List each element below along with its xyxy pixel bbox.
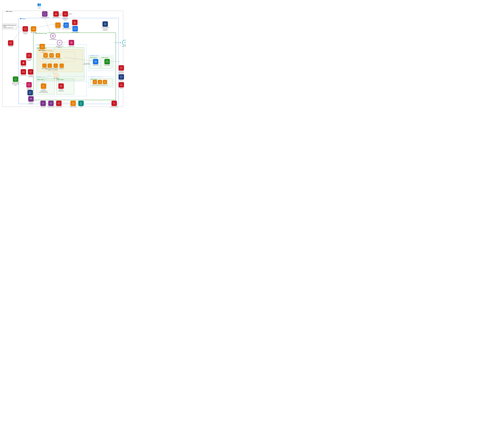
svg-point-5	[56, 14, 56, 14]
api-gateway-label: Amazon API Gateway	[21, 32, 30, 35]
inspector-icon	[111, 101, 117, 106]
athena-icon	[48, 101, 54, 106]
users-node: 👥 Users	[35, 2, 44, 9]
svg-rect-70	[94, 82, 95, 82]
alb-node: Application Load Balancer	[55, 40, 64, 48]
svg-text:53: 53	[44, 13, 45, 15]
s3-label: Amazon Simple Storage Service (S3)	[11, 82, 20, 86]
athena-node: Amazon Athena	[46, 101, 55, 108]
redshift-icon	[102, 21, 108, 27]
rule-right-label: Rule	[120, 80, 122, 81]
lambda-top-icon	[31, 26, 36, 32]
data-transfer-label: Data Transfer	[122, 46, 126, 47]
svg-line-80	[115, 104, 115, 104]
lambda-bottom-node: AWS Lambda	[69, 101, 78, 108]
public-subnet-az4-1-label: Public Subnet	[37, 79, 44, 80]
svg-rect-55	[61, 65, 62, 66]
waf-icon: WAF	[8, 40, 13, 46]
svg-point-32	[30, 71, 32, 73]
elasticsearch-icon	[41, 83, 46, 89]
users-icon: 👥	[36, 2, 42, 7]
alarm-label: Alarm	[120, 88, 123, 89]
diagram-container: AWS Cloud Region Virtual Private Cloud A…	[0, 0, 126, 108]
ecs3-label: ECS container 3	[54, 58, 62, 59]
cloudtrail-label: AWS CloudTrail	[53, 17, 60, 18]
svg-rect-58	[106, 61, 108, 62]
external-infra-box: External Infrastructure 3rd Party Metaba…	[2, 24, 17, 29]
systems-manager-icon	[26, 53, 32, 58]
codebuild-label: AWS CodeBuild	[72, 32, 79, 33]
data-transfer-node: Data Transfer	[120, 40, 126, 47]
svg-rect-13	[74, 28, 76, 30]
kms-icon	[63, 11, 68, 17]
region-label: Region	[20, 18, 27, 19]
glue-icon	[40, 101, 46, 106]
inspector-node: Amazon Inspector	[110, 101, 119, 108]
api-gateway-icon: API	[23, 26, 28, 32]
app-container-note: App container connected to RDS	[82, 63, 91, 65]
lambda-top-node: AWS Lambda	[29, 26, 38, 33]
az2-label: Availability Zone 2	[89, 55, 99, 56]
external-infra-label: External Infrastructure 3rd Party	[3, 25, 16, 27]
svg-rect-25	[28, 55, 30, 56]
api-gateway-node: API Amazon API Gateway	[21, 26, 30, 35]
glue-node: AWS Glue	[39, 101, 48, 108]
cloudwatch-right-node: Amazon CloudWatch	[117, 65, 126, 73]
svg-point-15	[104, 24, 106, 25]
fargate-es-icon	[60, 63, 64, 68]
cloudfront-icon	[28, 96, 34, 102]
route53-icon: 53	[42, 11, 47, 17]
glue-label: AWS Glue	[41, 106, 45, 108]
cloudtrail-node: AWS CloudTrail	[52, 11, 61, 18]
svg-point-6	[64, 13, 65, 15]
sqs-label: Amazon SQS	[20, 75, 27, 76]
fargate-es-label: Fargate ES	[59, 68, 64, 69]
svg-point-67	[60, 85, 62, 86]
internet-gateway-icon	[50, 33, 55, 39]
public-subnet-az2-label: Public Subnet	[102, 57, 108, 58]
cloudfront-node: Amazon CloudFront	[27, 96, 36, 105]
ecs2-icon	[49, 53, 54, 58]
svg-point-26	[28, 55, 29, 56]
fargate-top-node: AWS Fargate	[38, 44, 47, 51]
svg-point-57	[95, 62, 97, 63]
codepipeline-label: AWS CodePipeline	[62, 28, 71, 29]
fargate-top-icon	[39, 44, 45, 49]
waf-label: AWS WAF	[8, 46, 13, 47]
cloudwatch-right-label: Amazon CloudWatch	[117, 71, 126, 73]
ecr-label: AWS ECR	[55, 28, 60, 29]
ec2-3-node: Amazon EC2	[100, 80, 109, 86]
svg-rect-72	[99, 82, 100, 82]
cloudwatch-left-node: Amazon CloudWatch	[26, 69, 35, 77]
svg-rect-8	[66, 14, 66, 14]
systems-manager-node: AWS Systems Manager	[25, 53, 34, 61]
s3-icon	[13, 76, 18, 82]
ecs3-node: ECS container 3	[54, 53, 63, 59]
cloudtrail-icon	[53, 11, 59, 17]
step-functions-icon	[26, 82, 32, 88]
alarm-node: Alarm	[117, 82, 126, 89]
lambda-bottom-label: AWS Lambda	[70, 106, 76, 108]
rule-right-node: Rule	[117, 74, 126, 81]
nat-gateway-node: NAT gateway	[103, 59, 112, 66]
svg-marker-18	[33, 28, 35, 30]
svg-rect-7	[65, 14, 66, 14]
auto-scaling-bottom-label: Auto Scaling	[54, 78, 59, 79]
alb-icon	[57, 40, 62, 45]
codepipeline-icon	[63, 22, 69, 28]
codebuild-icon	[72, 26, 78, 31]
ec2-3-label: Amazon EC2	[102, 84, 108, 86]
kms-node: AWS Key Management Service	[61, 11, 70, 21]
alarm-icon	[118, 82, 124, 88]
users-label: Users	[38, 8, 40, 9]
route53-label: Amazon Route 53	[41, 17, 49, 18]
lambda-top-label: AWS Lambda	[30, 32, 36, 33]
sftp-label: SFTP	[80, 106, 82, 108]
rule-right-icon	[118, 74, 124, 80]
nat-gateway-label: NAT gateway	[104, 65, 110, 66]
fargate-top-label: AWS Fargate	[39, 50, 45, 51]
sns-icon	[21, 60, 26, 66]
svg-point-14	[104, 23, 106, 24]
cloudwatch-right-icon	[118, 65, 124, 71]
svg-rect-0	[20, 18, 21, 19]
